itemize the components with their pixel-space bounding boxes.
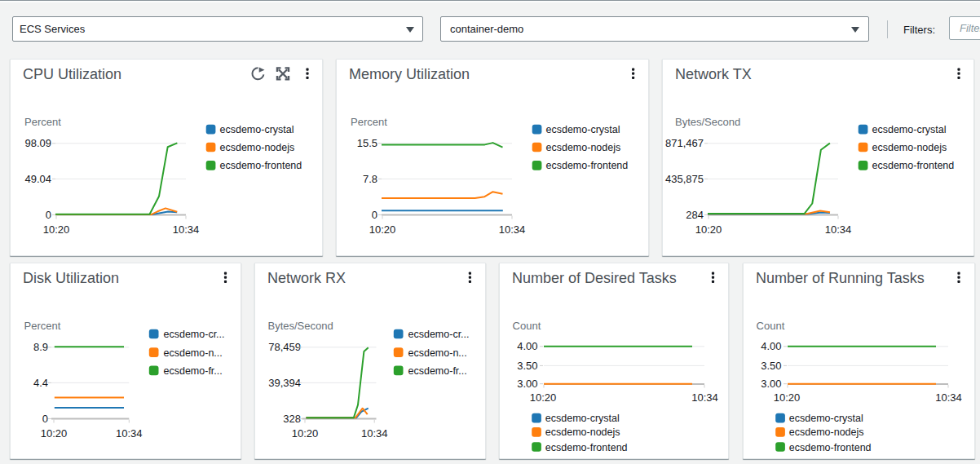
svg-text:ecsdemo-frontend: ecsdemo-frontend	[220, 160, 302, 171]
svg-text:ecsdemo-nodejs: ecsdemo-nodejs	[872, 142, 947, 153]
svg-text:ecsdemo-frontend: ecsdemo-frontend	[872, 160, 955, 171]
svg-text:10:20: 10:20	[292, 427, 319, 440]
svg-text:284: 284	[686, 209, 704, 221]
svg-text:ecsdemo-crystal: ecsdemo-crystal	[546, 124, 620, 135]
svg-text:Count: Count	[757, 319, 785, 331]
svg-text:10:34: 10:34	[691, 391, 718, 404]
svg-text:10:20: 10:20	[43, 223, 70, 236]
svg-text:Bytes/Second: Bytes/Second	[675, 116, 740, 128]
svg-text:ecsdemo-frontend: ecsdemo-frontend	[789, 441, 872, 453]
svg-text:ecsdemo-fr...: ecsdemo-fr...	[164, 365, 223, 377]
svg-text:ecsdemo-frontend: ecsdemo-frontend	[546, 160, 629, 171]
svg-text:Number of Running Tasks: Number of Running Tasks	[756, 270, 925, 286]
svg-text:39,394: 39,394	[268, 376, 301, 388]
svg-text:ecsdemo-cr...: ecsdemo-cr...	[408, 329, 470, 340]
svg-text:10:34: 10:34	[116, 427, 143, 440]
svg-text:Bytes/Second: Bytes/Second	[268, 319, 333, 331]
svg-text:49.04: 49.04	[24, 173, 51, 185]
svg-text:Disk Utilization: Disk Utilization	[23, 270, 119, 286]
svg-text:4.00: 4.00	[761, 340, 781, 352]
svg-text:Network RX: Network RX	[267, 270, 346, 286]
svg-text:Count: Count	[513, 319, 541, 331]
svg-text:10:20: 10:20	[774, 391, 801, 404]
svg-text:ecsdemo-fr...: ecsdemo-fr...	[408, 365, 467, 377]
svg-text:435,875: 435,875	[665, 173, 704, 185]
svg-text:Memory Utilization: Memory Utilization	[349, 66, 470, 82]
svg-text:78,459: 78,459	[268, 341, 301, 353]
svg-text:328: 328	[283, 412, 301, 424]
svg-text:3.50: 3.50	[761, 359, 781, 371]
svg-text:Number of Desired Tasks: Number of Desired Tasks	[512, 270, 677, 286]
svg-text:Network TX: Network TX	[675, 66, 752, 82]
svg-text:ecsdemo-nodejs: ecsdemo-nodejs	[545, 426, 620, 438]
svg-text:CPU Utilization: CPU Utilization	[23, 66, 121, 82]
svg-text:ecsdemo-crystal: ecsdemo-crystal	[872, 124, 947, 135]
svg-text:0: 0	[372, 209, 377, 221]
svg-text:ecsdemo-nodejs: ecsdemo-nodejs	[220, 142, 295, 153]
svg-text:10:20: 10:20	[41, 427, 68, 440]
svg-text:ecsdemo-crystal: ecsdemo-crystal	[220, 124, 294, 135]
svg-text:4.4: 4.4	[33, 376, 48, 388]
svg-text:Percent: Percent	[24, 116, 61, 128]
svg-text:ecsdemo-n...: ecsdemo-n...	[408, 347, 467, 358]
svg-text:ecsdemo-nodejs: ecsdemo-nodejs	[789, 426, 864, 438]
svg-text:0: 0	[42, 412, 48, 424]
svg-text:10:20: 10:20	[369, 223, 396, 236]
svg-text:98.09: 98.09	[24, 137, 51, 149]
svg-text:ecsdemo-crystal: ecsdemo-crystal	[789, 413, 863, 424]
svg-text:4.00: 4.00	[517, 340, 537, 352]
svg-text:3.00: 3.00	[761, 378, 781, 390]
svg-text:10:34: 10:34	[499, 223, 526, 236]
svg-text:10:34: 10:34	[935, 391, 962, 404]
svg-text:ecsdemo-frontend: ecsdemo-frontend	[545, 441, 628, 453]
svg-text:3.00: 3.00	[517, 378, 537, 390]
svg-text:ecsdemo-cr...: ecsdemo-cr...	[164, 329, 225, 340]
svg-text:10:34: 10:34	[173, 223, 200, 236]
svg-text:ecsdemo-crystal: ecsdemo-crystal	[545, 413, 620, 424]
svg-text:3.50: 3.50	[517, 359, 537, 371]
svg-text:10:20: 10:20	[695, 223, 722, 236]
svg-text:7.8: 7.8	[363, 173, 377, 185]
svg-text:871,467: 871,467	[665, 137, 704, 149]
svg-text:ecsdemo-nodejs: ecsdemo-nodejs	[546, 142, 621, 153]
svg-text:10:20: 10:20	[530, 391, 557, 404]
svg-text:8.9: 8.9	[33, 341, 48, 353]
svg-text:Percent: Percent	[351, 116, 387, 128]
svg-text:10:34: 10:34	[361, 427, 388, 440]
svg-text:0: 0	[46, 209, 51, 221]
svg-text:10:34: 10:34	[825, 223, 852, 236]
svg-text:Percent: Percent	[24, 319, 61, 331]
svg-text:ecsdemo-n...: ecsdemo-n...	[164, 347, 223, 358]
svg-text:15.5: 15.5	[357, 137, 377, 149]
